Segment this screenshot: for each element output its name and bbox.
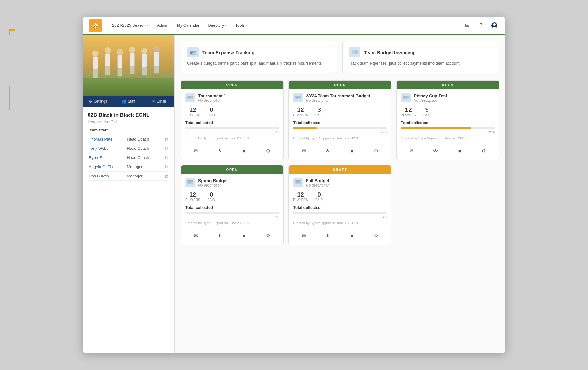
- paid-label: PAID: [315, 113, 323, 117]
- budget-actions: ✉ 👁 ■ ⚙: [401, 143, 495, 156]
- archive-action-button[interactable]: ■: [341, 231, 363, 240]
- players-label: PLAYERS: [401, 113, 416, 117]
- feature-card-invoicing[interactable]: Team Budget Invoicing Track team expense…: [342, 41, 499, 73]
- help-icon-button[interactable]: ?: [476, 21, 486, 30]
- delete-staff-button[interactable]: 🗑: [160, 153, 169, 162]
- budget-card-header: Fall Budget No description: [293, 178, 387, 187]
- svg-rect-18: [130, 53, 134, 66]
- nav-tools[interactable]: Tools ▾: [232, 21, 251, 29]
- players-stat: 12 PLAYERS: [185, 191, 200, 202]
- table-row: Angela Griffin Manager 🗑: [88, 162, 169, 172]
- svg-rect-34: [355, 51, 357, 53]
- view-action-button[interactable]: 👁: [425, 146, 447, 156]
- svg-point-20: [141, 48, 147, 54]
- players-label: PLAYERS: [293, 198, 308, 202]
- svg-rect-54: [296, 183, 297, 183]
- budget-stats: 12 PLAYERS 0 PAID: [185, 106, 279, 117]
- view-action-button[interactable]: 👁: [317, 146, 339, 156]
- table-row: Tony Weber Head Coach 🗑: [88, 144, 169, 153]
- progress-fill: [293, 127, 317, 129]
- mail-action-button[interactable]: ✉: [293, 146, 315, 156]
- main-content: ⚙ Settings 👥 Staff ✉ Email 02B Black in …: [83, 35, 505, 353]
- feature-card-expense[interactable]: Team Expense Tracking Create a budget, d…: [181, 41, 337, 73]
- budget-card-body: 23/24 Team Tournament Budget No descript…: [289, 89, 391, 160]
- svg-rect-12: [105, 53, 110, 66]
- nav-directory[interactable]: Directory ▾: [204, 21, 230, 29]
- svg-rect-40: [295, 96, 301, 97]
- svg-text:⚽: ⚽: [94, 24, 98, 28]
- mail-action-button[interactable]: ✉: [293, 231, 315, 240]
- settings-icon: ⚙: [89, 99, 92, 104]
- budget-card: OPEN Spring Budget No description: [181, 165, 284, 245]
- total-collected-label: Total collected: [185, 205, 279, 210]
- svg-rect-28: [190, 52, 193, 53]
- svg-point-14: [117, 49, 123, 55]
- tab-staff[interactable]: 👥 Staff: [113, 96, 144, 107]
- staff-name[interactable]: Ros Bulych: [88, 172, 126, 181]
- mail-action-button[interactable]: ✉: [185, 231, 207, 240]
- settings-action-button[interactable]: ⚙: [258, 231, 279, 240]
- archive-action-button[interactable]: ■: [449, 146, 471, 156]
- archive-action-button[interactable]: ■: [233, 146, 255, 156]
- svg-rect-13: [105, 66, 110, 75]
- svg-point-4: [493, 23, 496, 26]
- svg-point-23: [153, 46, 160, 52]
- table-row: Ryan E Head Coach 🗑: [88, 153, 169, 162]
- budget-card-header: Tournament 1 No description: [185, 93, 279, 103]
- settings-action-button[interactable]: ⚙: [365, 231, 387, 240]
- svg-rect-46: [404, 98, 405, 98]
- mail-action-button[interactable]: ✉: [185, 146, 207, 156]
- mail-action-button[interactable]: ✉: [401, 146, 423, 156]
- budget-title: Disney Cup Test: [414, 93, 447, 98]
- staff-name[interactable]: Angela Griffin: [88, 162, 126, 172]
- staff-name[interactable]: Tony Weber: [88, 144, 126, 153]
- feature-desc-invoicing: Track team expenses, plus collect paymen…: [349, 60, 493, 66]
- svg-rect-16: [118, 68, 123, 76]
- view-action-button[interactable]: 👁: [317, 231, 339, 240]
- budget-stats: 12 PLAYERS 9 PAID: [401, 106, 495, 117]
- staff-role: Manager: [126, 172, 160, 181]
- svg-rect-33: [352, 53, 354, 53]
- budget-desc: No description: [306, 98, 370, 103]
- nav-season[interactable]: 2024-2025 Season ▾: [108, 21, 152, 29]
- svg-rect-32: [352, 52, 354, 52]
- sidebar-tabs: ⚙ Settings 👥 Staff ✉ Email: [83, 96, 174, 107]
- budget-card: DRAFT Fall Budget No description: [288, 165, 391, 245]
- tab-settings[interactable]: ⚙ Settings: [83, 96, 113, 107]
- budget-actions: ✉ 👁 ■ ⚙: [293, 143, 387, 156]
- delete-staff-button[interactable]: 🗑: [160, 144, 169, 153]
- staff-name[interactable]: Ryan E: [88, 153, 126, 162]
- team-photo: [83, 35, 174, 96]
- staff-name[interactable]: Thomas Patel: [88, 135, 126, 144]
- view-action-button[interactable]: 👁: [209, 146, 231, 156]
- nav-admin[interactable]: Admin: [153, 21, 172, 29]
- table-row: Thomas Patel Head Coach 🗑: [88, 135, 169, 144]
- delete-staff-button[interactable]: 🗑: [160, 172, 169, 181]
- staff-table: Thomas Patel Head Coach 🗑 Tony Weber Hea…: [88, 135, 169, 181]
- nav-calendar[interactable]: My Calendar: [173, 21, 203, 29]
- nav-actions: ✉ ?: [462, 21, 499, 30]
- delete-staff-button[interactable]: 🗑: [160, 135, 169, 144]
- app-logo[interactable]: ⚽: [89, 19, 102, 32]
- progress-bar: [185, 212, 279, 214]
- players-label: PLAYERS: [293, 113, 308, 117]
- user-icon-button[interactable]: [489, 21, 499, 30]
- settings-action-button[interactable]: ⚙: [258, 146, 279, 156]
- delete-staff-button[interactable]: 🗑: [160, 162, 169, 172]
- archive-action-button[interactable]: ■: [233, 231, 255, 240]
- tab-email[interactable]: ✉ Email: [144, 96, 174, 107]
- chevron-down-icon: ▾: [246, 24, 247, 27]
- archive-action-button[interactable]: ■: [341, 146, 363, 156]
- svg-rect-22: [142, 67, 147, 75]
- players-value: 12: [185, 191, 200, 198]
- svg-rect-21: [142, 54, 147, 67]
- settings-action-button[interactable]: ⚙: [365, 146, 387, 156]
- settings-action-button[interactable]: ⚙: [473, 146, 495, 156]
- budget-desc: No description: [198, 183, 228, 187]
- paid-stat: 0 PAID: [208, 191, 215, 202]
- progress-pct: 25%: [293, 130, 387, 134]
- status-badge: OPEN: [181, 165, 283, 174]
- mail-icon-button[interactable]: ✉: [462, 21, 472, 30]
- view-action-button[interactable]: 👁: [209, 231, 231, 240]
- budget-actions: ✉ 👁 ■ ⚙: [185, 228, 279, 240]
